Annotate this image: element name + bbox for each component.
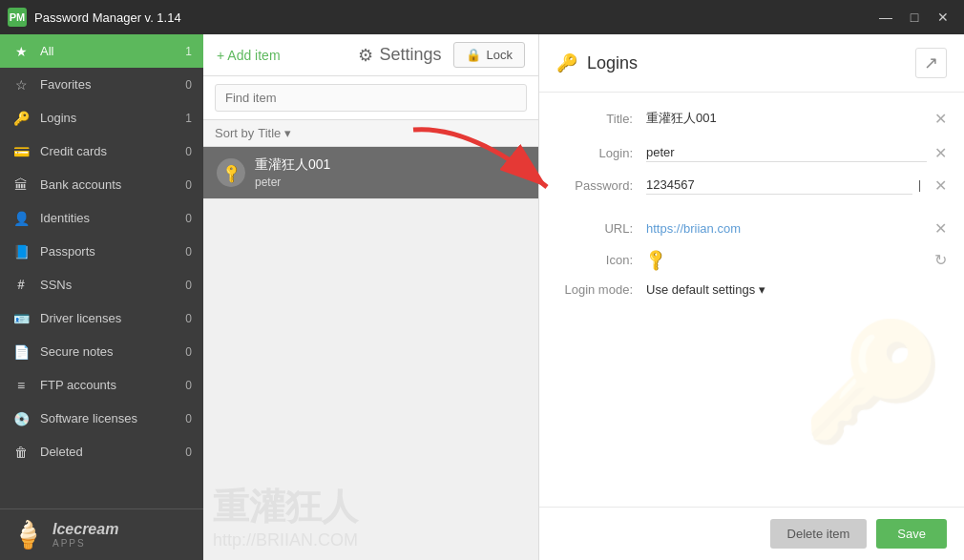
brand-sub: APPS: [52, 538, 118, 549]
ghost-background-icon: 🔑: [802, 315, 945, 449]
sidebar-item-identities[interactable]: 👤 Identities 0: [0, 201, 203, 235]
item-title: 重灌狂人001: [255, 156, 525, 174]
sidebar-count-software-licenses: 0: [185, 412, 192, 425]
sidebar-count-deleted: 0: [185, 446, 192, 459]
sidebar-item-driver-licenses[interactable]: 🪪 Driver licenses 0: [0, 301, 203, 335]
sidebar-item-ftp-accounts[interactable]: ≡ FTP accounts 0: [0, 368, 203, 402]
sidebar-label-deleted: Deleted: [40, 445, 185, 459]
login-mode-select[interactable]: Use default settings ▾: [646, 282, 765, 297]
detail-header: 🔑 Logins ↗: [539, 34, 964, 93]
login-field-label: Login:: [556, 146, 633, 160]
icon-key-icon: 🔑: [642, 247, 669, 274]
sidebar-item-passports[interactable]: 📘 Passports 0: [0, 235, 203, 268]
bank-accounts-icon: 🏛: [11, 177, 31, 193]
sidebar-item-favorites[interactable]: ☆ Favorites 0: [0, 68, 203, 101]
search-input[interactable]: [215, 84, 527, 112]
detail-body: Title: 重灌狂人001 ✕ Login: peter ✕ Password…: [539, 93, 964, 507]
sidebar-count-ssns: 0: [185, 279, 192, 292]
sidebar-item-software-licenses[interactable]: 💿 Software licenses 0: [0, 402, 203, 435]
search-bar: [203, 76, 538, 120]
chevron-down-icon: ▾: [284, 126, 291, 140]
password-field-label: Password:: [556, 178, 633, 193]
sidebar-label-passports: Passports: [40, 244, 185, 259]
login-field-value[interactable]: peter: [646, 143, 927, 162]
sidebar-count-logins: 1: [185, 112, 192, 125]
sidebar-label-ssns: SSNs: [40, 278, 185, 292]
main-layout: ★ All 1 ☆ Favorites 0 🔑 Logins 1 💳 Credi…: [0, 34, 964, 560]
sidebar-label-driver-licenses: Driver licenses: [40, 311, 185, 325]
url-field-row: URL: https://briian.com ✕: [556, 219, 947, 238]
sidebar-count-secure-notes: 0: [185, 345, 192, 359]
brand-name: Icecream: [52, 521, 118, 538]
sidebar-label-software-licenses: Software licenses: [40, 411, 185, 425]
url-clear-button[interactable]: ✕: [934, 219, 947, 238]
sidebar-label-favorites: Favorites: [40, 77, 185, 92]
icon-field-label: Icon:: [556, 253, 633, 267]
password-field-row: Password: 1234567 | ✕: [556, 176, 947, 195]
title-field-value[interactable]: 重灌狂人001: [646, 108, 927, 130]
detail-footer: Delete item Save: [539, 507, 964, 560]
items-list: 🔑 重灌狂人001 peter: [203, 147, 538, 354]
sidebar-label-ftp-accounts: FTP accounts: [40, 378, 185, 392]
sidebar-item-ssns[interactable]: ＃ SSNs 0: [0, 268, 203, 301]
icecream-icon: 🍦: [11, 519, 45, 550]
item-info: 重灌狂人001 peter: [255, 156, 525, 189]
minimize-button[interactable]: —: [872, 7, 899, 28]
lock-label: Lock: [487, 48, 513, 62]
sidebar-label-bank-accounts: Bank accounts: [40, 177, 185, 192]
sidebar-count-bank-accounts: 0: [185, 178, 192, 192]
password-clear-button[interactable]: ✕: [934, 176, 947, 195]
app-icon: PM: [8, 8, 27, 27]
logins-icon: 🔑: [11, 111, 31, 126]
item-icon: 🔑: [217, 158, 245, 187]
credit-cards-icon: 💳: [11, 144, 31, 159]
deleted-icon: 🗑: [11, 445, 31, 460]
sort-value: Title: [258, 126, 281, 140]
refresh-icon-button[interactable]: ↻: [934, 251, 947, 269]
ssns-icon: ＃: [11, 277, 31, 294]
password-field-value[interactable]: 1234567: [646, 176, 912, 195]
delete-item-button[interactable]: Delete item: [770, 519, 868, 549]
passports-icon: 📘: [11, 244, 31, 259]
list-item[interactable]: 🔑 重灌狂人001 peter: [203, 147, 538, 199]
toolbar-right: ⚙ Settings 🔒 Lock: [358, 42, 525, 68]
login-clear-button[interactable]: ✕: [934, 144, 947, 162]
sidebar-label-identities: Identities: [40, 211, 185, 225]
sidebar-count-driver-licenses: 0: [185, 312, 192, 325]
watermark-area: 重灌狂人 http://BRIIAN.COM: [203, 354, 538, 561]
sidebar-item-deleted[interactable]: 🗑 Deleted 0: [0, 435, 203, 468]
lock-button[interactable]: 🔒 Lock: [453, 42, 525, 68]
export-button[interactable]: ↗: [915, 48, 947, 78]
url-field-value[interactable]: https://briian.com: [646, 221, 927, 236]
sidebar-item-secure-notes[interactable]: 📄 Secure notes 0: [0, 335, 203, 368]
sort-button[interactable]: Sort by Title ▾: [215, 126, 291, 140]
close-button[interactable]: ✕: [930, 7, 956, 28]
sidebar-item-bank-accounts[interactable]: 🏛 Bank accounts 0: [0, 168, 203, 201]
sort-bar: Sort by Title ▾: [203, 120, 538, 147]
add-item-button[interactable]: + Add item: [217, 48, 281, 63]
settings-label: Settings: [379, 45, 441, 65]
sidebar-count-identities: 0: [185, 212, 192, 225]
title-clear-button[interactable]: ✕: [934, 110, 947, 128]
sidebar-item-logins[interactable]: 🔑 Logins 1: [0, 101, 203, 135]
software-licenses-icon: 💿: [11, 411, 31, 426]
sidebar-count-credit-cards: 0: [185, 145, 192, 158]
watermark-url: http://BRIIAN.COM: [213, 530, 358, 550]
app-title: Password Manager v. 1.14: [34, 10, 181, 25]
sidebar-item-credit-cards[interactable]: 💳 Credit cards 0: [0, 135, 203, 168]
save-button[interactable]: Save: [876, 519, 947, 549]
login-mode-label: Login mode:: [556, 282, 633, 297]
cursor-indicator: |: [918, 178, 921, 192]
item-subtitle: peter: [255, 176, 525, 189]
sidebar-count-ftp-accounts: 0: [185, 379, 192, 392]
login-field-row: Login: peter ✕: [556, 143, 947, 162]
sidebar-item-all[interactable]: ★ All 1: [0, 34, 203, 68]
driver-licenses-icon: 🪪: [11, 311, 31, 326]
maximize-button[interactable]: □: [901, 7, 928, 28]
icon-field-row: Icon: 🔑 ↻: [556, 251, 947, 269]
detail-panel: 🔑 Logins ↗ Title: 重灌狂人001 ✕ Login: peter…: [539, 34, 964, 560]
sidebar-label-all: All: [40, 44, 185, 58]
title-bar-left: PM Password Manager v. 1.14: [8, 8, 181, 27]
settings-button[interactable]: ⚙ Settings: [358, 45, 441, 66]
sidebar-label-credit-cards: Credit cards: [40, 144, 185, 158]
